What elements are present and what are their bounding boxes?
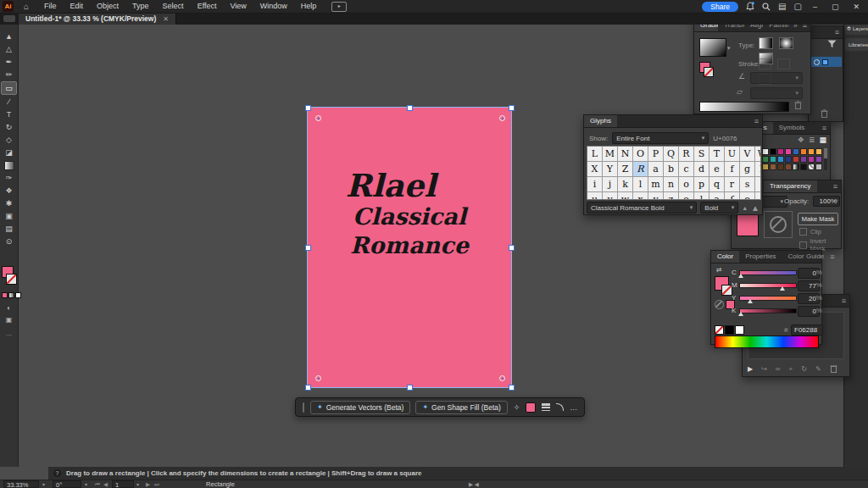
fill-stroke-indicator[interactable] — [0, 264, 18, 290]
glyph-cell[interactable]: s — [755, 192, 761, 200]
glyph-cell[interactable]: j — [603, 177, 617, 191]
document-tab[interactable]: Untitled-1* @ 33.33 % (CMYK/Preview) ✕ — [19, 13, 176, 25]
rotate-tool[interactable]: ↻ — [2, 121, 16, 133]
tab-transparency[interactable]: Transparency — [764, 180, 817, 192]
symbol-sprayer-tool[interactable]: ✱ — [2, 197, 16, 209]
slider-track[interactable] — [739, 308, 797, 313]
glyph-cell[interactable]: W — [755, 147, 761, 161]
panel-menu-icon[interactable]: ≡ — [833, 180, 841, 192]
glyph-cell[interactable]: y — [648, 192, 663, 200]
draw-mode-icon[interactable]: ◐ — [0, 304, 18, 312]
slider-track[interactable] — [739, 283, 797, 288]
menu-effect[interactable]: Effect — [191, 0, 224, 13]
gradient-slider[interactable] — [699, 102, 789, 112]
linear-gradient-button[interactable] — [759, 37, 773, 49]
glyph-cell[interactable]: p — [694, 177, 709, 191]
glyph-cell[interactable]: s — [740, 177, 754, 191]
swatch[interactable] — [762, 148, 769, 155]
selection-handle[interactable] — [305, 385, 311, 391]
menu-window[interactable]: Window — [253, 0, 294, 13]
grid-view-icon[interactable]: ▦ — [819, 136, 826, 144]
glyph-cell[interactable]: n — [664, 177, 678, 191]
eyedropper-tool[interactable]: ✑ — [2, 172, 16, 184]
swatch[interactable] — [800, 148, 807, 155]
selection-handle[interactable] — [305, 245, 311, 251]
symbol-view-icon[interactable]: ❖ — [798, 136, 804, 144]
screen-mode-icon[interactable]: ▣ — [0, 316, 18, 324]
color-mode-bar[interactable] — [2, 292, 21, 298]
glyph-cell[interactable]: z — [664, 192, 678, 200]
type-tool[interactable]: T — [2, 108, 16, 120]
glyph-cell[interactable]: o — [740, 192, 754, 200]
swatch[interactable] — [770, 148, 776, 155]
swatch[interactable] — [785, 156, 792, 163]
menu-select[interactable]: Select — [156, 0, 191, 13]
glyph-cell[interactable]: e — [679, 192, 693, 200]
swatch[interactable] — [800, 156, 807, 163]
list-view-icon[interactable]: ≣ — [809, 136, 815, 144]
run-icon[interactable]: ▶ — [748, 365, 753, 373]
window-restore-button[interactable]: ▢ — [828, 3, 843, 11]
trash-icon[interactable] — [821, 109, 828, 118]
home-icon[interactable]: ⌂ — [24, 2, 29, 11]
tab-strip-button[interactable] — [3, 15, 15, 22]
selection-tool[interactable]: ▲ — [2, 30, 16, 42]
window-minimize-button[interactable]: – — [810, 3, 821, 11]
swatch[interactable] — [808, 148, 815, 155]
color-spectrum-bar[interactable] — [715, 336, 819, 348]
none-swatch[interactable] — [715, 325, 724, 335]
glyph-cell[interactable]: P — [648, 147, 663, 161]
glyph-cell[interactable]: u — [587, 192, 602, 200]
glyph-cell[interactable]: a — [648, 162, 663, 176]
swatch[interactable] — [800, 164, 807, 170]
ai-wand-icon[interactable]: ✧ — [514, 403, 520, 412]
color-mode-none[interactable] — [15, 292, 21, 298]
glyph-cell[interactable]: f — [725, 162, 739, 176]
menu-view[interactable]: View — [223, 0, 253, 13]
glyph-cell[interactable]: b — [664, 162, 678, 176]
slider-thumb[interactable] — [780, 286, 785, 291]
swatch[interactable] — [770, 164, 776, 170]
live-corner-widget[interactable] — [499, 375, 505, 381]
graph-tool[interactable]: ▤ — [2, 223, 16, 235]
panel-menu-icon[interactable]: ≡ — [754, 115, 762, 127]
rotation-field[interactable]: 0° — [53, 480, 81, 488]
gradient-preview-swatch[interactable] — [699, 38, 726, 57]
glyph-cell[interactable]: S — [694, 147, 709, 161]
rectangle-tool[interactable]: ▭ — [1, 81, 17, 95]
gradient-aspect-dropdown[interactable]: ▾ — [750, 87, 803, 99]
tab-symbols[interactable]: Symbols — [773, 122, 811, 134]
glyph-cell[interactable]: t — [755, 177, 761, 191]
color-mode-gradient[interactable] — [8, 292, 14, 298]
stroke-within-button[interactable] — [759, 58, 771, 69]
swatch[interactable] — [785, 148, 792, 155]
glyph-cell[interactable]: m — [648, 177, 663, 191]
swatch[interactable] — [762, 156, 769, 163]
glyph-cell[interactable]: M — [603, 147, 617, 161]
taskbar-drag-handle[interactable] — [303, 402, 304, 413]
live-corner-widget[interactable] — [315, 375, 321, 381]
glyph-cell[interactable]: V — [740, 147, 754, 161]
taskbar-more-icon[interactable]: … — [570, 403, 577, 412]
white-swatch[interactable] — [735, 325, 744, 335]
screen-share-icon[interactable]: ▸ — [331, 2, 347, 12]
gradient-tool[interactable] — [2, 159, 16, 171]
make-mask-button[interactable]: Make Mask — [798, 213, 838, 225]
menu-type[interactable]: Type — [125, 0, 156, 13]
tab-glyphs[interactable]: Glyphs — [584, 115, 617, 127]
selected-layer-row[interactable] — [811, 57, 842, 67]
glyph-cell[interactable]: L — [587, 147, 602, 161]
artboard-number-field[interactable]: 1 — [112, 480, 134, 488]
selection-handle[interactable] — [407, 105, 413, 111]
generate-vectors-button[interactable]: ✦Generate Vectors (Beta) — [310, 401, 410, 414]
menu-object[interactable]: Object — [90, 0, 125, 13]
next-artboard-icon[interactable]: ▶ — [146, 481, 150, 488]
gradient-angle-dropdown[interactable]: ▾ — [750, 72, 803, 84]
eraser-tool[interactable]: ◪ — [2, 147, 16, 158]
glyph-style-dropdown[interactable]: Bold▾ — [700, 202, 738, 214]
tab-close-icon[interactable]: ✕ — [163, 15, 169, 23]
swatches-scrollbar[interactable] — [824, 148, 827, 170]
glyph-cell[interactable]: g — [740, 162, 754, 176]
search-icon[interactable] — [762, 3, 771, 11]
glyph-cell[interactable]: x — [633, 192, 648, 200]
